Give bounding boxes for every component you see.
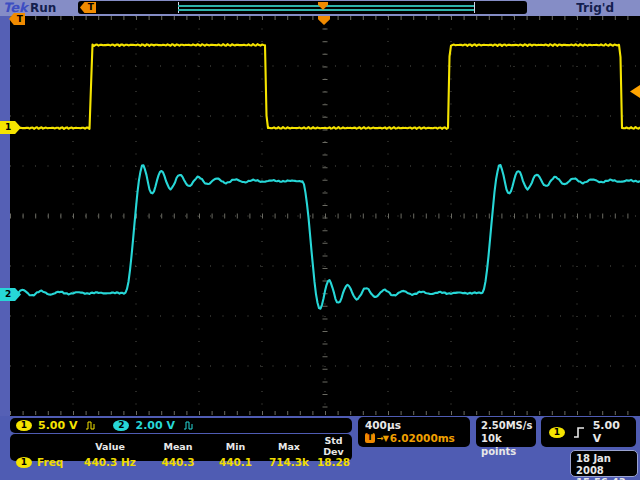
meas-stddev: 18.28: [315, 456, 352, 468]
sample-rate: 2.50MS/s: [481, 419, 531, 432]
oscilloscope-display: Tek Run T Trig'd T 1 2 1 5.00 V 2 2.00 V: [0, 0, 640, 480]
trigger-source-badge: 1: [549, 427, 565, 438]
meas-header-max: Max: [263, 441, 315, 452]
meas-value: 440.3 Hz: [72, 456, 148, 468]
ch2-coupling-icon: [183, 421, 195, 430]
timebase-trigger-icon: T: [365, 433, 375, 443]
trigger-level: 5.00 V: [593, 419, 628, 445]
trigger-slope-rising-icon: [573, 426, 585, 439]
meas-header-value: Value: [72, 441, 148, 452]
waveform-svg: [10, 16, 640, 416]
record-trigger-offscreen-icon[interactable]: T: [80, 2, 96, 13]
record-window-left-bracket: [178, 2, 179, 13]
timebase-arrow-icon: →▼: [377, 434, 388, 443]
acquisition-status: Run: [30, 1, 56, 15]
meas-header-min: Min: [208, 441, 263, 452]
meas-header-stddev: Std Dev: [315, 435, 352, 457]
record-length: 10k points: [481, 432, 531, 458]
waveform-screen: [10, 16, 640, 416]
trigger-status: Trig'd: [576, 1, 614, 15]
record-view-bar[interactable]: T: [78, 1, 527, 14]
meas-header-mean: Mean: [148, 441, 208, 452]
trigger-readout: 1 5.00 V: [541, 417, 636, 447]
timebase-delay: 6.02000ms: [390, 432, 455, 444]
waveform-ch2: [10, 165, 640, 309]
record-window-right-bracket: [474, 2, 475, 13]
timebase-scale: 400µs: [365, 419, 463, 431]
measurement-readout: Value Mean Min Max Std Dev 1 Freq 440.3 …: [10, 434, 352, 461]
acquisition-readout: 2.50MS/s 10k points: [476, 417, 536, 447]
bottom-readout-bar: 1 5.00 V 2 2.00 V Value Mean Min Max Std…: [0, 416, 640, 480]
ch2-scale: 2.00 V: [135, 419, 174, 432]
record-waveform-line-bottom: [178, 9, 474, 11]
top-status-bar: Tek Run T Trig'd: [0, 0, 640, 16]
meas-mean: 440.3: [148, 456, 208, 468]
timebase-readout: 400µs T →▼ 6.02000ms: [358, 417, 470, 447]
meas-source-badge: 1: [16, 457, 32, 468]
channel-readouts: 1 5.00 V 2 2.00 V: [10, 418, 352, 433]
tek-logo: Tek: [3, 0, 28, 15]
meas-name: Freq: [37, 456, 63, 468]
datetime-readout: 18 Jan 2008 15:56:43: [570, 450, 638, 477]
ch1-scale: 5.00 V: [38, 419, 77, 432]
meas-max: 714.3k: [263, 456, 315, 468]
ch2-badge[interactable]: 2: [113, 420, 129, 431]
ch1-coupling-icon: [85, 421, 97, 430]
meas-min: 440.1: [208, 456, 263, 468]
ch1-badge[interactable]: 1: [16, 420, 32, 431]
date-text: 18 Jan 2008: [576, 453, 632, 477]
